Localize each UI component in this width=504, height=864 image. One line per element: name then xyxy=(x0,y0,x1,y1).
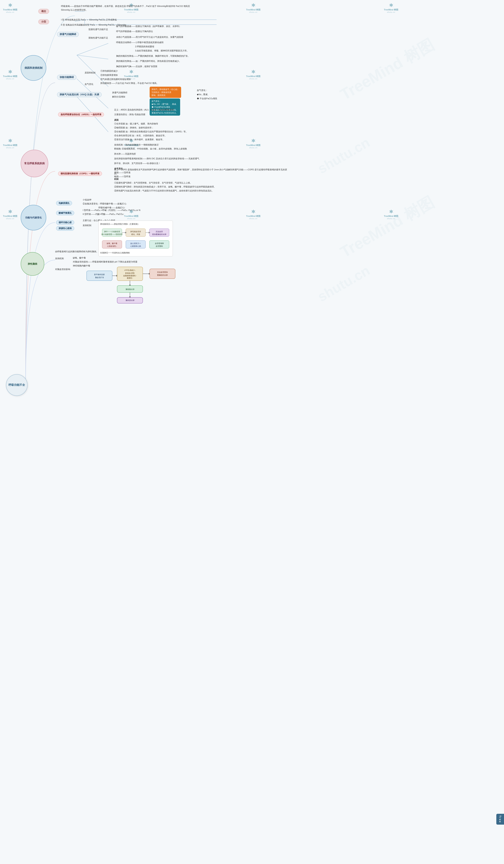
logo-low-left: TreeMind 树图 shutu.cn xyxy=(3,138,17,149)
svg-text:影响钠-钾泵: 影响钠-钾泵 xyxy=(125,272,135,274)
feixing-fabingji-label: 发病机制 xyxy=(55,257,64,260)
watermark-big-4: shutu.cn xyxy=(315,262,373,305)
svg-line-6 xyxy=(77,55,108,59)
svg-rect-10 xyxy=(102,229,122,237)
svg-rect-16 xyxy=(149,229,169,237)
root-node: 呼吸功能不全 xyxy=(6,374,27,396)
misan-node: 弥散功能障碍 xyxy=(57,75,76,80)
dianjie-items: 小低血钾 ②血氯浓度变化：呼吸性酸中毒——血氯[Cl-]↓ 呼吸性碱中毒——血氯… xyxy=(83,198,127,209)
svg-rect-30 xyxy=(87,271,112,281)
fenxing-node: 分型 xyxy=(38,19,49,24)
gongneng-node: 功能与代谢变化 xyxy=(21,205,46,230)
zusai-node: 阻塞性通气功能不足 xyxy=(89,28,108,31)
zusai-item2: 呼气性呼吸困难——阻塞位于胸内部位 xyxy=(116,29,153,34)
logo-low-right: TreeMind 树图 shutu.cn xyxy=(246,138,260,149)
logo-1060-far-right: TreeMind 树图 shutu.cn xyxy=(384,209,398,219)
yuanyin-items: ①肺泡膜面积减少 ②肺泡膜厚度增加 ③气体通过肺泡膜时间缩短增加 xyxy=(100,69,131,81)
feyuan-items: 发病机制 xyxy=(83,224,91,227)
gainian-node: 概念 xyxy=(38,9,49,14)
copd-node: 慢性阻塞性肺疾病（COPD）一慢性呼衰 xyxy=(58,171,102,176)
xianzhi-node: 限制性通气功能不足 xyxy=(89,36,108,39)
suanjian-node: 酸碱平衡紊乱 xyxy=(56,211,74,215)
huanqi-items: 肺通气功能障碍 解剖分流增加 xyxy=(112,91,127,99)
svg-text:肺小动脉管壁——管腔变窄: 肺小动脉管壁——管腔变窄 xyxy=(101,233,123,235)
svg-text:血管壁增厚: 血管壁增厚 xyxy=(155,242,164,244)
watermark-big-3: TreeMind 树图 xyxy=(336,192,438,263)
svg-text:硬化、闭塞: 硬化、闭塞 xyxy=(131,233,140,235)
svg-text:重脑组织水肿: 重脑组织水肿 xyxy=(157,274,168,276)
logo-mid-left: TreeMind 树图 shutu.cn xyxy=(3,69,17,80)
xianzhi-items: 未梢小气道阻塞——用力呼气时可引起小气道提前闭合、加重气道阻塞 呼吸肌活动障碍—… xyxy=(116,35,190,69)
svg-text:压迫血管: 压迫血管 xyxy=(156,231,163,232)
svg-text:脑间质水肿: 脑间质水肿 xyxy=(126,299,134,301)
svg-text:肺毛细血管床: 肺毛细血管床 xyxy=(130,231,141,232)
svg-text:心肌收缩性↓: 心肌收缩性↓ xyxy=(107,245,117,247)
svg-text:血脑屏障通透性↑: 血脑屏障通透性↑ xyxy=(123,275,137,277)
xunhuan-node: 循环功能心脏 xyxy=(56,220,74,225)
svg-text:通透性↑: 通透性↑ xyxy=(127,277,133,279)
feyuan-diagram: 肺动脉高压——肺血管阻力增加（主要机制） 肺中一一小动脉痉挛 肺小动脉管壁——管… xyxy=(98,220,173,256)
ards-node: 急性呼吸窘迫综合征（ARDS）一急性呼衰 xyxy=(58,112,104,117)
svg-text:更加重脑组织水肿: 更加重脑组织水肿 xyxy=(152,233,167,235)
svg-text:心脏固有心肌: 心脏固有心肌 xyxy=(130,245,141,247)
xueqi-label-misan: 血气变化 xyxy=(85,83,93,86)
svg-text:ATP生成减少↓: ATP生成减少↓ xyxy=(124,269,135,271)
svg-rect-40 xyxy=(150,269,175,279)
logo-top-center: TreeMind 树图 shutu.cn xyxy=(246,2,260,13)
watermark-big-1: TreeMind 树图 xyxy=(336,34,438,105)
fenxing-type1: I 型 单纯低氧血症型 PaO₂ ＜ 60mmHg PaCO₂ 正常或降低 xyxy=(61,18,117,22)
copd-items: 定义：COPD 是指由慢性支气管炎和肺气肿引起的慢性气道阻塞，简称"慢阻肺"，其… xyxy=(114,168,291,193)
svg-line-5 xyxy=(77,43,108,55)
feixing-flow-svg: 新平衡科技家 脑血管扩张 ATP生成减少↓ 影响钠-钾泵 血脑屏障通透性↑ 通透… xyxy=(85,265,242,304)
feixing-nao-label: 对脑血管的影响 xyxy=(55,268,70,271)
svg-text:缺氧、酸中毒: 缺氧、酸中毒 xyxy=(107,242,117,244)
connector-lines xyxy=(0,0,504,864)
vaq-callout-orange: 肺泡气：肺动脉血气（右心血） 它的特点：静脉血性质 影响、损伤情况 xyxy=(150,87,181,98)
zusai-item1: 吸气性呼吸困难——阻塞位于胸外段（如声带麻痹、炎症、水肿等） xyxy=(116,24,181,28)
svg-rect-13 xyxy=(126,229,146,237)
logo-mid-right: TreeMind 树图 shutu.cn xyxy=(246,69,260,80)
logo-1060-center: TreeMind 树图 shutu.cn xyxy=(124,209,138,219)
feixing-def: 由呼吸衰竭引起的脑功能障碍称为肺性脑病。 xyxy=(55,250,98,253)
svg-text:新平衡科技家: 新平衡科技家 xyxy=(94,274,105,276)
mind-map-canvas: TreeMind 树图 shutu.cn TreeMind 树图 shutu.c… xyxy=(0,0,504,864)
svg-rect-27 xyxy=(149,240,169,248)
logo-1060-right: TreeMind 树图 shutu.cn xyxy=(246,209,260,219)
yuanyin-label: 原因和机制 xyxy=(85,71,96,74)
svg-text:脑血管扩张: 脑血管扩张 xyxy=(95,276,104,278)
logo-1060-left: TreeMind 树图 shutu.cn xyxy=(3,209,17,219)
svg-text:血管重构: 血管重构 xyxy=(156,245,163,247)
feyuan-chart: 肺中一一小动脉痉挛 肺小动脉管壁——管腔变窄 肺毛细血管床 硬化、闭塞 压迫血管… xyxy=(100,227,171,250)
svg-rect-24 xyxy=(126,240,146,248)
svg-text:压迫血管更加: 压迫血管更加 xyxy=(157,271,168,273)
svg-text:肺中一一小动脉痉挛: 肺中一一小动脉痉挛 xyxy=(104,231,120,232)
xueqi-text-misan: 肺泡膜病变——只会引起 PaO2 降低，不会使 PaCO2 增高。 xyxy=(100,82,159,85)
feixing-node-circle: 肺性脑病 xyxy=(21,252,44,276)
logo-top-right: TreeMind 树图 shutu.cn xyxy=(384,2,398,13)
watermark-big-2: shutu.cn xyxy=(315,134,373,177)
logo-top-left: TreeMind 树图 shutu.cn xyxy=(3,2,17,13)
feyuan-node: 肺源性心脏病 xyxy=(56,226,74,231)
svg-text:血心切应力↑↑: 血心切应力↑↑ xyxy=(130,242,141,244)
svg-rect-21 xyxy=(102,240,122,248)
changjian-node: 常见呼吸系统疾病 xyxy=(21,150,48,177)
gainian-text: 呼吸衰竭——是指由于外呼吸功能严重障碍，在海平面、静息状态及 呼吸空气的条件下，… xyxy=(61,4,199,12)
bingyin-node: 病因和发病机制 xyxy=(21,55,46,81)
feitongqi-node: 肺通气功能障碍 xyxy=(57,32,79,37)
dianjie-node: 电解质紊乱 xyxy=(56,201,72,205)
svg-text:脑细胞水肿: 脑细胞水肿 xyxy=(126,288,134,290)
feixing-flow-diagram: 新平衡科技家 脑血管扩张 ATP生成减少↓ 影响钠-钾泵 血脑屏障通透性↑ 通透… xyxy=(85,265,242,305)
vaq-xueqi: 血气变化： ◆Va↓, 量减、 ◆ 不会使PaCO₂增高 xyxy=(197,88,217,101)
huanqi-node: 肺换气与血流比例（VA/Q 比值）失调 xyxy=(57,92,101,97)
tree-corner-label[interactable]: Tree xyxy=(496,814,504,825)
